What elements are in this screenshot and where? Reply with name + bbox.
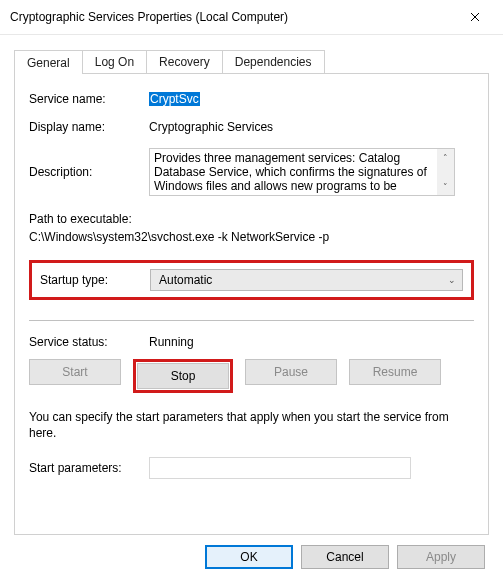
pause-button: Pause: [245, 359, 337, 385]
close-button[interactable]: [457, 4, 493, 30]
startup-type-highlight: Startup type: Automatic ⌄: [29, 260, 474, 300]
start-params-input: [149, 457, 411, 479]
start-params-hint: You can specify the start parameters tha…: [29, 409, 474, 441]
tab-dependencies[interactable]: Dependencies: [222, 50, 325, 73]
apply-button: Apply: [397, 545, 485, 569]
startup-type-label: Startup type:: [40, 273, 150, 287]
title-bar: Cryptographic Services Properties (Local…: [0, 0, 503, 30]
close-icon: [470, 12, 480, 22]
ok-button[interactable]: OK: [205, 545, 293, 569]
path-value: C:\Windows\system32\svchost.exe -k Netwo…: [29, 228, 474, 246]
start-button: Start: [29, 359, 121, 385]
divider: [29, 320, 474, 321]
service-name-value: CryptSvc: [149, 92, 474, 106]
service-name-selected[interactable]: CryptSvc: [149, 92, 200, 106]
stop-button-highlight: Stop: [133, 359, 233, 393]
resume-button: Resume: [349, 359, 441, 385]
service-status-label: Service status:: [29, 335, 149, 349]
scroll-down-icon[interactable]: ˅: [437, 178, 454, 195]
display-name-label: Display name:: [29, 120, 149, 134]
window-title: Cryptographic Services Properties (Local…: [10, 10, 288, 24]
tab-recovery[interactable]: Recovery: [146, 50, 223, 73]
description-scrollbar[interactable]: ˄ ˅: [437, 149, 454, 195]
chevron-down-icon: ⌄: [448, 275, 456, 285]
scroll-up-icon[interactable]: ˄: [437, 149, 454, 166]
description-box: Provides three management services: Cata…: [149, 148, 455, 196]
service-name-label: Service name:: [29, 92, 149, 106]
description-label: Description:: [29, 165, 149, 179]
service-status-value: Running: [149, 335, 194, 349]
tab-panel-general: Service name: CryptSvc Display name: Cry…: [14, 73, 489, 535]
tab-strip: General Log On Recovery Dependencies: [14, 49, 489, 73]
tab-logon[interactable]: Log On: [82, 50, 147, 73]
service-control-buttons: Start Stop Pause Resume: [29, 359, 474, 393]
tab-general[interactable]: General: [14, 50, 83, 74]
stop-button[interactable]: Stop: [137, 363, 229, 389]
cancel-button[interactable]: Cancel: [301, 545, 389, 569]
dialog-footer: OK Cancel Apply: [0, 535, 503, 569]
description-text: Provides three management services: Cata…: [154, 151, 427, 193]
startup-type-value: Automatic: [159, 273, 212, 287]
start-params-label: Start parameters:: [29, 461, 149, 475]
display-name-value: Cryptographic Services: [149, 120, 474, 134]
startup-type-dropdown[interactable]: Automatic ⌄: [150, 269, 463, 291]
path-label: Path to executable:: [29, 210, 474, 228]
